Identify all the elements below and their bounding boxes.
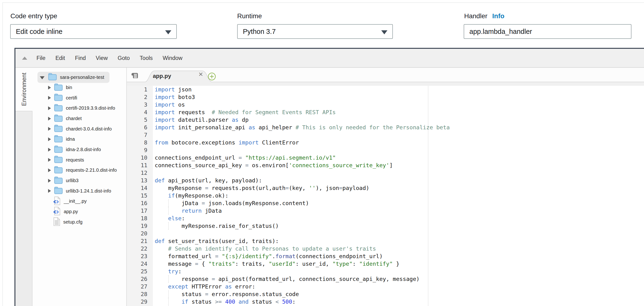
code-token: import <box>155 101 175 108</box>
code-token: : <box>352 261 359 267</box>
tree-item-requests[interactable]: requests <box>32 155 126 165</box>
handler-input[interactable]: app.lambda_handler <box>464 24 632 39</box>
tree-item-label: __init__.py <box>64 199 87 204</box>
handler-info-link[interactable]: Info <box>492 12 504 20</box>
tree-item-certifi[interactable]: certifi <box>32 93 126 103</box>
tab-app-py-label[interactable]: app.py <box>153 73 171 79</box>
gutter-line-number: 22 <box>127 245 153 253</box>
tree-item-idna-2.8.dist-info[interactable]: idna-2.8.dist-info <box>32 144 126 155</box>
tree-item-idna[interactable]: idna <box>32 134 126 144</box>
environment-panel-tab[interactable]: Environment <box>16 68 32 111</box>
code-token: # This is only needed for the Personaliz… <box>296 124 450 131</box>
code-gutter: 1234567891011121314151617181920212223242… <box>127 86 153 306</box>
menu-item-file[interactable]: File <box>36 55 46 61</box>
code-token: connections_source_api_key <box>155 162 245 169</box>
tree-item-label: idna-2.8.dist-info <box>66 147 101 152</box>
caret-right-icon[interactable] <box>48 137 51 141</box>
card-border-top <box>2 2 644 3</box>
tree-item-__init__.py[interactable]: __init__.py <box>32 196 126 207</box>
code-token: : <box>178 268 182 275</box>
gutter-line-number: 27 <box>127 283 153 290</box>
caret-right-icon[interactable] <box>48 117 51 121</box>
close-icon[interactable]: × <box>198 70 203 79</box>
folder-icon <box>54 166 63 175</box>
tree-item-bin[interactable]: bin <box>32 82 126 93</box>
runtime-select[interactable]: Python 3.7 <box>237 24 393 39</box>
menu-item-edit[interactable]: Edit <box>56 55 65 61</box>
code-token: : user_id, <box>296 261 332 267</box>
gutter-line-number: 20 <box>127 230 153 237</box>
code-line-6: import init_personalize_api as api_helpe… <box>155 124 644 131</box>
indent-guide <box>168 207 169 215</box>
collapse-menubar-icon[interactable] <box>22 57 27 60</box>
menu-item-tools[interactable]: Tools <box>140 55 153 61</box>
tree-item-urllib3[interactable]: urllib3 <box>32 176 126 186</box>
code-line-4: import requests # Needed for Segment Eve… <box>155 108 644 116</box>
gutter-line-number: 7 <box>127 131 153 139</box>
code-token: } <box>393 261 400 267</box>
gutter-line-number: 18 <box>127 215 153 222</box>
gutter-line-number: 23 <box>127 253 153 260</box>
code-token: api_post(url, key, payload): <box>165 177 262 184</box>
caret-right-icon[interactable] <box>48 127 51 131</box>
tree-item-sara-personalize-test[interactable]: sara-personalize-test <box>32 72 126 82</box>
caret-right-icon[interactable] <box>48 96 51 100</box>
indent-guide <box>168 275 169 283</box>
folder-icon <box>54 83 63 92</box>
tree-row-content: idna-2.8.dist-info <box>45 144 106 155</box>
code-line-25: try: <box>155 268 644 275</box>
code-token <box>235 299 238 305</box>
code-token: json.loads(myResponse.content) <box>205 200 309 207</box>
tree-item-chardet[interactable]: chardet <box>32 113 126 124</box>
code-token: 500 <box>282 299 292 305</box>
code-token: . <box>272 253 275 260</box>
code-token: import <box>155 86 175 93</box>
gutter-line-number: 3 <box>127 101 153 108</box>
code-line-9 <box>155 146 644 154</box>
code-token: HTTPError <box>188 283 225 290</box>
code-token <box>155 245 168 252</box>
menu-item-goto[interactable]: Goto <box>118 55 130 61</box>
caret-right-icon[interactable] <box>48 158 51 162</box>
editor-tabbar: app.py × <box>127 68 644 82</box>
tree-item-chardet-3.0.4.dist-info[interactable]: chardet-3.0.4.dist-info <box>32 124 126 134</box>
plus-circle-icon[interactable] <box>208 72 216 81</box>
tree-item-certifi-2019.3.9.dist-info[interactable]: certifi-2019.3.9.dist-info <box>32 103 126 113</box>
code-token: ClientError <box>259 139 299 146</box>
tree-item-app.py[interactable]: app.py <box>32 206 126 217</box>
menu-item-window[interactable]: Window <box>162 55 182 61</box>
gutter-line-number: 8 <box>127 139 153 146</box>
folder-icon <box>54 125 63 133</box>
caret-right-icon[interactable] <box>48 86 51 89</box>
folder-icon <box>54 135 63 144</box>
code-token: else <box>168 215 182 222</box>
caret-right-icon[interactable] <box>48 148 51 152</box>
gutter-line-number: 14 <box>127 184 153 192</box>
code-token: "https://api.segment.io/v1" <box>245 154 336 161</box>
tree-item-setup.cfg[interactable]: setup.cfg <box>32 217 126 227</box>
folder-icon <box>54 187 63 195</box>
caret-right-icon[interactable] <box>48 179 51 183</box>
file-tree: sara-personalize-testbincertificertifi-2… <box>32 68 127 306</box>
tab-list-icon[interactable] <box>131 73 138 80</box>
tree-row-content: urllib3 <box>45 175 84 186</box>
code-token: ), json <box>316 185 339 191</box>
tree-row-content: bin <box>45 82 78 93</box>
code-editor-area[interactable]: 1234567891011121314151617181920212223242… <box>127 86 644 306</box>
folder-icon <box>48 73 57 81</box>
caret-right-icon[interactable] <box>48 168 51 172</box>
menu-item-find[interactable]: Find <box>75 55 86 61</box>
tree-item-label: urllib3-1.24.1.dist-info <box>66 188 111 194</box>
code-entry-type-select[interactable]: Edit code inline <box>10 24 177 39</box>
code-line-26: response = api_post(formatted_url, conne… <box>155 275 644 283</box>
menu-item-view[interactable]: View <box>96 55 108 61</box>
code-token: import <box>155 124 175 131</box>
caret-right-icon[interactable] <box>48 189 51 193</box>
left-dock-strip: Environment <box>16 68 32 306</box>
code-line-2: import boto3 <box>155 93 644 101</box>
tree-item-urllib3-1.24.1.dist-info[interactable]: urllib3-1.24.1.dist-info <box>32 186 126 196</box>
caret-down-icon[interactable] <box>40 76 44 79</box>
tree-item-requests-2.21.0.dist-info[interactable]: requests-2.21.0.dist-info <box>32 165 126 176</box>
caret-right-icon[interactable] <box>48 106 51 110</box>
code-entry-type-value: Edit code inline <box>16 28 62 35</box>
